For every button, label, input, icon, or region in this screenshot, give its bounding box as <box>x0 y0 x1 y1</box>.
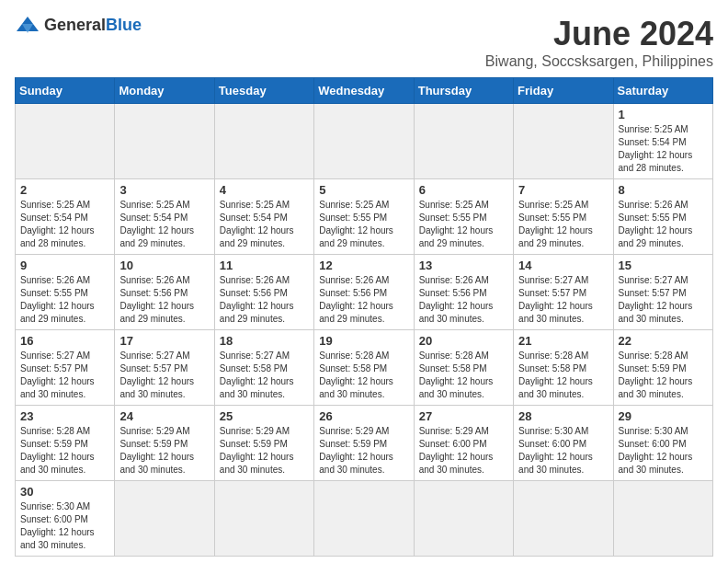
week-row-1: 1Sunrise: 5:25 AM Sunset: 5:54 PM Daylig… <box>16 104 713 179</box>
calendar-cell <box>414 481 513 557</box>
day-number: 18 <box>220 334 309 348</box>
calendar-cell <box>115 481 214 557</box>
calendar-cell: 9Sunrise: 5:26 AM Sunset: 5:55 PM Daylig… <box>16 255 115 330</box>
calendar-cell: 8Sunrise: 5:26 AM Sunset: 5:55 PM Daylig… <box>613 179 712 255</box>
calendar-cell: 5Sunrise: 5:25 AM Sunset: 5:55 PM Daylig… <box>314 179 414 255</box>
day-info: Sunrise: 5:26 AM Sunset: 5:56 PM Dayligh… <box>119 274 209 326</box>
logo: GeneralBlue <box>15 15 142 35</box>
day-number: 13 <box>419 259 508 272</box>
day-info: Sunrise: 5:26 AM Sunset: 5:56 PM Dayligh… <box>419 274 508 326</box>
week-row-4: 16Sunrise: 5:27 AM Sunset: 5:57 PM Dayli… <box>16 330 713 406</box>
day-number: 23 <box>20 409 109 423</box>
day-number: 7 <box>518 183 608 197</box>
day-info: Sunrise: 5:25 AM Sunset: 5:55 PM Dayligh… <box>518 199 608 250</box>
calendar-cell: 25Sunrise: 5:29 AM Sunset: 5:59 PM Dayli… <box>214 406 313 481</box>
calendar-cell: 3Sunrise: 5:25 AM Sunset: 5:54 PM Daylig… <box>115 179 214 255</box>
calendar-cell: 30Sunrise: 5:30 AM Sunset: 6:00 PM Dayli… <box>16 481 115 557</box>
calendar-cell: 27Sunrise: 5:29 AM Sunset: 6:00 PM Dayli… <box>414 406 513 481</box>
calendar-cell: 23Sunrise: 5:28 AM Sunset: 5:59 PM Dayli… <box>16 406 115 481</box>
calendar-cell: 11Sunrise: 5:26 AM Sunset: 5:56 PM Dayli… <box>214 255 313 330</box>
month-title: June 2024 <box>485 15 713 53</box>
day-info: Sunrise: 5:26 AM Sunset: 5:56 PM Dayligh… <box>220 274 309 326</box>
header-row: SundayMondayTuesdayWednesdayThursdayFrid… <box>16 78 713 104</box>
header-friday: Friday <box>514 78 613 104</box>
calendar-cell: 16Sunrise: 5:27 AM Sunset: 5:57 PM Dayli… <box>16 330 115 406</box>
calendar-cell: 26Sunrise: 5:29 AM Sunset: 5:59 PM Dayli… <box>314 406 414 481</box>
calendar-cell: 28Sunrise: 5:30 AM Sunset: 6:00 PM Dayli… <box>514 406 613 481</box>
day-info: Sunrise: 5:28 AM Sunset: 5:58 PM Dayligh… <box>518 350 608 401</box>
day-info: Sunrise: 5:25 AM Sunset: 5:55 PM Dayligh… <box>319 199 408 250</box>
title-area: June 2024 Biwang, Soccsksargen, Philippi… <box>485 15 713 70</box>
header-wednesday: Wednesday <box>314 78 414 104</box>
calendar-cell: 4Sunrise: 5:25 AM Sunset: 5:54 PM Daylig… <box>214 179 313 255</box>
day-number: 3 <box>119 183 209 197</box>
calendar-cell: 17Sunrise: 5:27 AM Sunset: 5:57 PM Dayli… <box>115 330 214 406</box>
calendar-cell <box>414 104 513 179</box>
day-number: 21 <box>518 334 608 348</box>
calendar-cell: 24Sunrise: 5:29 AM Sunset: 5:59 PM Dayli… <box>115 406 214 481</box>
day-number: 25 <box>220 409 309 423</box>
day-info: Sunrise: 5:26 AM Sunset: 5:56 PM Dayligh… <box>319 274 408 326</box>
calendar-table: SundayMondayTuesdayWednesdayThursdayFrid… <box>15 77 713 557</box>
calendar-cell: 19Sunrise: 5:28 AM Sunset: 5:58 PM Dayli… <box>314 330 414 406</box>
day-info: Sunrise: 5:28 AM Sunset: 5:59 PM Dayligh… <box>20 425 109 477</box>
calendar-cell <box>115 104 214 179</box>
calendar-cell: 21Sunrise: 5:28 AM Sunset: 5:58 PM Dayli… <box>514 330 613 406</box>
day-info: Sunrise: 5:30 AM Sunset: 6:00 PM Dayligh… <box>20 500 109 552</box>
day-number: 16 <box>20 334 109 348</box>
day-number: 20 <box>419 334 508 348</box>
day-info: Sunrise: 5:27 AM Sunset: 5:57 PM Dayligh… <box>619 274 708 326</box>
day-info: Sunrise: 5:30 AM Sunset: 6:00 PM Dayligh… <box>518 425 608 477</box>
calendar-cell: 10Sunrise: 5:26 AM Sunset: 5:56 PM Dayli… <box>115 255 214 330</box>
header: GeneralBlue June 2024 Biwang, Soccsksarg… <box>15 15 713 70</box>
calendar-cell: 6Sunrise: 5:25 AM Sunset: 5:55 PM Daylig… <box>414 179 513 255</box>
header-saturday: Saturday <box>613 78 712 104</box>
day-info: Sunrise: 5:27 AM Sunset: 5:57 PM Dayligh… <box>518 274 608 326</box>
header-thursday: Thursday <box>414 78 513 104</box>
day-number: 11 <box>220 259 309 272</box>
calendar-cell: 1Sunrise: 5:25 AM Sunset: 5:54 PM Daylig… <box>613 104 712 179</box>
day-number: 2 <box>20 183 109 197</box>
day-info: Sunrise: 5:29 AM Sunset: 5:59 PM Dayligh… <box>119 425 209 477</box>
calendar-cell: 13Sunrise: 5:26 AM Sunset: 5:56 PM Dayli… <box>414 255 513 330</box>
calendar-cell <box>16 104 115 179</box>
logo-blue: Blue <box>106 16 142 34</box>
calendar-cell: 14Sunrise: 5:27 AM Sunset: 5:57 PM Dayli… <box>514 255 613 330</box>
calendar-cell <box>314 481 414 557</box>
day-info: Sunrise: 5:25 AM Sunset: 5:54 PM Dayligh… <box>119 199 209 250</box>
header-sunday: Sunday <box>16 78 115 104</box>
day-number: 9 <box>20 259 109 272</box>
day-number: 26 <box>319 409 408 423</box>
day-number: 10 <box>119 259 209 272</box>
day-info: Sunrise: 5:27 AM Sunset: 5:57 PM Dayligh… <box>20 350 109 401</box>
header-monday: Monday <box>115 78 214 104</box>
day-number: 22 <box>619 334 708 348</box>
day-info: Sunrise: 5:25 AM Sunset: 5:54 PM Dayligh… <box>220 199 309 250</box>
calendar-cell <box>613 481 712 557</box>
day-number: 24 <box>119 409 209 423</box>
day-number: 14 <box>518 259 608 272</box>
day-number: 30 <box>20 485 109 499</box>
day-info: Sunrise: 5:28 AM Sunset: 5:59 PM Dayligh… <box>619 350 708 401</box>
logo-general: General <box>44 16 106 34</box>
day-info: Sunrise: 5:27 AM Sunset: 5:57 PM Dayligh… <box>119 350 209 401</box>
day-number: 6 <box>419 183 508 197</box>
location-title: Biwang, Soccsksargen, Philippines <box>485 53 713 70</box>
calendar-cell: 12Sunrise: 5:26 AM Sunset: 5:56 PM Dayli… <box>314 255 414 330</box>
day-number: 1 <box>619 108 708 121</box>
header-tuesday: Tuesday <box>214 78 313 104</box>
day-info: Sunrise: 5:30 AM Sunset: 6:00 PM Dayligh… <box>619 425 708 477</box>
week-row-6: 30Sunrise: 5:30 AM Sunset: 6:00 PM Dayli… <box>16 481 713 557</box>
day-number: 4 <box>220 183 309 197</box>
day-info: Sunrise: 5:28 AM Sunset: 5:58 PM Dayligh… <box>319 350 408 401</box>
day-info: Sunrise: 5:26 AM Sunset: 5:55 PM Dayligh… <box>20 274 109 326</box>
day-info: Sunrise: 5:29 AM Sunset: 5:59 PM Dayligh… <box>220 425 309 477</box>
calendar-cell <box>514 481 613 557</box>
calendar-cell: 2Sunrise: 5:25 AM Sunset: 5:54 PM Daylig… <box>16 179 115 255</box>
day-number: 12 <box>319 259 408 272</box>
day-number: 8 <box>619 183 708 197</box>
day-info: Sunrise: 5:28 AM Sunset: 5:58 PM Dayligh… <box>419 350 508 401</box>
day-number: 15 <box>619 259 708 272</box>
calendar-cell: 15Sunrise: 5:27 AM Sunset: 5:57 PM Dayli… <box>613 255 712 330</box>
calendar-cell: 22Sunrise: 5:28 AM Sunset: 5:59 PM Dayli… <box>613 330 712 406</box>
